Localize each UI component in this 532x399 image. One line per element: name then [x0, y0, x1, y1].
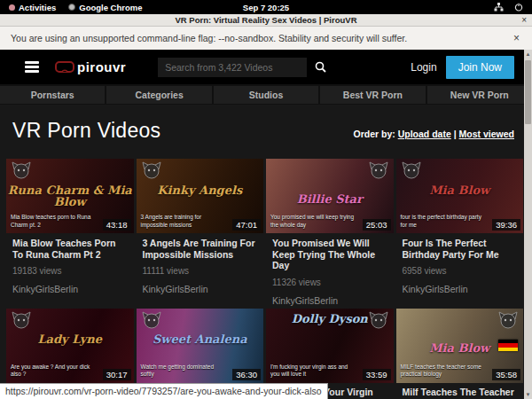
thumbnail-caption: Watch me getting dominated softly: [141, 364, 228, 379]
video-card[interactable]: Mia Blowfour is the perfect birthday par…: [396, 159, 524, 306]
activities-label: Activities: [19, 3, 56, 12]
video-title-link[interactable]: You Promised We Will Keep Trying The Who…: [272, 238, 387, 271]
thumbnail-caption: four is the perfect birthday party for m…: [401, 214, 488, 229]
activities-indicator-icon: [9, 4, 15, 11]
duration-badge: 35:58: [492, 369, 520, 380]
video-thumbnail[interactable]: Dolly DysonI'm fucking your virgin ass a…: [266, 309, 394, 383]
thumbnail-title-overlay: Lady Lyne: [6, 333, 134, 346]
studio-link[interactable]: KinkyGirlsBerlin: [143, 284, 258, 294]
thumbnail-caption: Are you awake ? And your dick also ?: [11, 364, 98, 379]
main-nav: PornstarsCategoriesStudiosBest VR PornNe…: [0, 84, 532, 105]
thumbnail-title-overlay: Billie Star: [266, 193, 394, 206]
site-header: pirouvr Login Join Now: [0, 50, 532, 84]
thumbnail-title-overlay: Dolly Dyson: [266, 313, 394, 325]
studio-cat-mask-icon: [368, 161, 389, 183]
order-upload-date-link[interactable]: Upload date: [398, 129, 451, 139]
menu-icon[interactable]: [25, 61, 39, 73]
video-thumbnail[interactable]: Runa Charm & Mia BlowMia Blow teaches po…: [6, 159, 134, 233]
scroll-up-icon[interactable]: ▲: [526, 50, 531, 59]
status-bar-url: https://pirouvr.com/vr-porn-video/779325…: [0, 383, 328, 399]
thumbnail-caption: I'm fucking your virgin ass and you will…: [270, 364, 357, 379]
view-count: 19183 views: [12, 266, 128, 276]
warning-message: You are using an unsupported command-lin…: [11, 33, 407, 43]
studio-cat-mask-icon: [11, 161, 32, 183]
order-by-label: Order by:: [354, 129, 395, 139]
thumbnail-title-overlay: Sweet Analena: [137, 333, 264, 346]
thumbnail-caption: MILF teaches the teacher some practical …: [401, 364, 488, 379]
video-thumbnail[interactable]: Lady LyneAre you awake ? And your dick a…: [6, 309, 134, 383]
logo-text: pirouvr: [77, 59, 126, 74]
view-count: 11326 views: [272, 278, 387, 287]
video-thumbnail[interactable]: Mia BlowMILF teaches the teacher some pr…: [396, 309, 524, 383]
thumbnail-title-overlay: Mia Blow: [396, 184, 524, 197]
thumbnail-title-overlay: Kinky Angels: [137, 184, 264, 197]
german-flag: [498, 340, 518, 351]
video-card[interactable]: Mia BlowMILF teaches the teacher some pr…: [396, 309, 524, 399]
site-logo[interactable]: pirouvr: [55, 59, 126, 74]
power-icon[interactable]: [514, 3, 523, 12]
login-button[interactable]: Login: [411, 61, 436, 74]
video-title-link[interactable]: Milf Teaches The Teacher Some Practical …: [403, 387, 518, 399]
duration-badge: 33:59: [363, 369, 391, 380]
search-input[interactable]: [158, 58, 307, 77]
video-card[interactable]: Kinky Angels3 Angels are training for im…: [137, 159, 264, 306]
thumbnail-caption: You promised we will keep trying the who…: [270, 214, 357, 229]
duration-badge: 36:30: [232, 369, 261, 380]
duration-badge: 30:17: [103, 369, 131, 380]
thumbnail-caption: 3 Angels are training for impossible mis…: [141, 214, 228, 229]
view-count: 11111 views: [143, 266, 258, 276]
nav-item-studios[interactable]: Studios: [214, 86, 318, 104]
studio-link[interactable]: KinkyGirlsBerlin: [272, 295, 387, 306]
video-grid: Runa Charm & Mia BlowMia Blow teaches po…: [0, 159, 532, 399]
duration-badge: 47:01: [232, 219, 261, 231]
network-icon[interactable]: [494, 3, 504, 12]
thumbnail-caption: Mia Blow teaches porn to Runa Charm pt. …: [11, 214, 98, 229]
studio-link[interactable]: KinkyGirlsBerlin: [403, 284, 518, 294]
search-bar: [158, 58, 333, 77]
video-thumbnail[interactable]: Kinky Angels3 Angels are training for im…: [137, 159, 264, 233]
join-now-button[interactable]: Join Now: [446, 56, 514, 79]
video-title-link[interactable]: Mia Blow Teaches Porn To Runa Charm Pt 2: [12, 238, 128, 260]
scrollbar[interactable]: ▲ ▼: [524, 50, 532, 399]
chrome-warning-bar: You are using an unsupported command-lin…: [0, 27, 532, 50]
thumbnail-title-overlay: Runa Charm & Mia Blow: [6, 184, 134, 208]
video-thumbnail[interactable]: Mia Blowfour is the perfect birthday par…: [396, 159, 524, 233]
view-count: 6958 views: [403, 266, 518, 276]
order-by: Order by: Upload date | Most viewed: [354, 129, 515, 143]
system-top-bar: Activities Google Chrome Sep 7 20:25: [0, 0, 532, 14]
activities-button[interactable]: Activities: [9, 3, 56, 12]
studio-cat-mask-icon: [497, 311, 519, 332]
tab-close-icon[interactable]: ×: [521, 15, 527, 25]
chrome-icon: [68, 4, 75, 11]
duration-badge: 43:18: [103, 219, 131, 231]
video-title-link[interactable]: Four Is The Perfect Birthday Party For M…: [403, 238, 518, 260]
video-thumbnail[interactable]: Sweet AnalenaWatch me getting dominated …: [137, 309, 264, 383]
app-name-label: Google Chrome: [79, 3, 142, 12]
vr-headset-icon: [55, 61, 74, 74]
studio-cat-mask-icon: [141, 311, 162, 332]
search-button[interactable]: [307, 58, 333, 77]
nav-item-categories[interactable]: Categories: [106, 86, 211, 104]
video-title-link[interactable]: 3 Angels Are Training For Impossible Mis…: [143, 238, 258, 260]
scroll-down-icon[interactable]: ▼: [526, 390, 531, 399]
search-icon: [315, 61, 326, 73]
order-most-viewed-link[interactable]: Most viewed: [459, 129, 514, 139]
studio-cat-mask-icon: [401, 161, 422, 183]
tab-title: VR Porn: Virtual Reality Sex Videos | Pi…: [0, 15, 532, 25]
studio-link[interactable]: KinkyGirlsBerlin: [12, 284, 128, 294]
video-thumbnail[interactable]: Billie StarYou promised we will keep try…: [266, 159, 394, 233]
studio-cat-mask-icon: [11, 311, 32, 332]
scrollbar-thumb[interactable]: [525, 60, 531, 124]
video-card[interactable]: Billie StarYou promised we will keep try…: [266, 159, 394, 306]
warning-close-icon[interactable]: ×: [513, 32, 521, 44]
browser-tab-bar: VR Porn: Virtual Reality Sex Videos | Pi…: [0, 14, 532, 27]
nav-item-pornstars[interactable]: Pornstars: [0, 86, 105, 104]
page-title: VR Porn Videos: [12, 119, 160, 143]
video-card[interactable]: Runa Charm & Mia BlowMia Blow teaches po…: [6, 159, 134, 306]
clock[interactable]: Sep 7 20:25: [243, 3, 289, 12]
focused-app-menu[interactable]: Google Chrome: [68, 3, 142, 12]
nav-item-new-vr-porn[interactable]: New VR Porn: [427, 86, 532, 104]
nav-item-best-vr-porn[interactable]: Best VR Porn: [320, 86, 425, 104]
studio-cat-mask-icon: [141, 161, 162, 183]
duration-badge: 25:03: [363, 219, 391, 231]
